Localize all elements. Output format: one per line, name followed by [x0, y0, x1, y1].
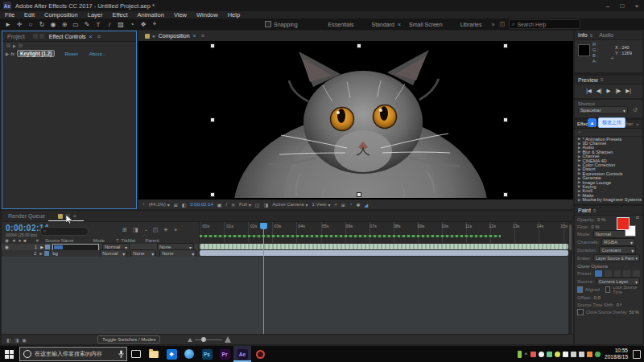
transport-button[interactable]: ▶	[607, 88, 611, 94]
tool-icon[interactable]: ◔	[126, 19, 138, 29]
layer-visibility-icon[interactable]: ◉	[5, 245, 9, 249]
snapshot-icon[interactable]: ▣	[217, 202, 222, 208]
show-snapshot-icon[interactable]: /	[225, 202, 227, 207]
search-icon[interactable]: ⌕	[578, 130, 580, 135]
cat-image[interactable]	[212, 45, 506, 198]
after-effects-taskbar-icon[interactable]: Ae	[233, 346, 251, 362]
tool-icon[interactable]: ►	[2, 19, 14, 29]
time-ruler[interactable]: :00s01s02s03s04s05s06s07s08s09s10s11s12s…	[199, 222, 569, 243]
expander-icon[interactable]: ▶	[578, 150, 580, 154]
taskbar-clock[interactable]: 10:55 2018/8/15	[605, 348, 628, 360]
menu-item[interactable]: Composition	[39, 11, 83, 19]
workspace-small-screen[interactable]: Small Screen	[409, 22, 443, 27]
tray-chat-icon[interactable]	[563, 352, 568, 357]
transport-button[interactable]: |◀	[586, 88, 592, 94]
playhead-handle[interactable]	[260, 223, 267, 229]
expander-icon[interactable]: ▶	[578, 146, 580, 150]
menu-item[interactable]: View	[169, 11, 192, 19]
expander-icon[interactable]: ▶	[578, 189, 580, 193]
layer-color-label[interactable]	[45, 245, 50, 249]
menu-item[interactable]: Animation	[133, 11, 169, 19]
transparency-grid-icon[interactable]: ◨	[263, 202, 268, 208]
workspace-bar-icon[interactable]: ◫	[499, 21, 505, 27]
task-view-button[interactable]	[127, 346, 145, 362]
tray-wechat-icon[interactable]	[595, 352, 601, 357]
panel-overflow-icon[interactable]: »	[636, 121, 638, 126]
swap-colors-icon[interactable]: ⇄	[636, 215, 639, 220]
tab-preview[interactable]: Preview	[578, 77, 598, 83]
tray-icon[interactable]	[530, 352, 536, 357]
comp-lock-icon[interactable]: ●	[152, 34, 155, 39]
layer-name[interactable]: bg	[52, 251, 97, 256]
grid-options-icon[interactable]: ⊞	[174, 202, 178, 208]
effect-expander-icon[interactable]: ▶	[6, 51, 9, 56]
layer-expander-icon[interactable]: ▶	[39, 251, 43, 256]
resolution-dropdown[interactable]: Full ▾	[239, 202, 251, 208]
clone-preset-button[interactable]	[623, 270, 630, 277]
menu-item[interactable]: Layer	[83, 11, 108, 19]
expander-icon[interactable]: ▶	[578, 198, 580, 202]
upload-overlay[interactable]: ▲ 极速上传	[588, 117, 625, 128]
menu-item[interactable]: Help	[223, 11, 245, 19]
tray-icon[interactable]	[539, 352, 544, 357]
expand-transfer-icon[interactable]: ▣	[22, 337, 27, 343]
expander-icon[interactable]: ▶	[578, 171, 580, 175]
tool-icon[interactable]: ○	[25, 19, 36, 29]
timeline-search-box[interactable]: ⌕	[40, 227, 89, 236]
timeline-scrollbar[interactable]	[568, 222, 572, 334]
expand-render-icon[interactable]: ◨	[14, 337, 19, 343]
expander-icon[interactable]: ▶	[578, 142, 580, 146]
selection-handle[interactable]	[357, 43, 361, 48]
app-blue-icon[interactable]: ◈	[163, 346, 180, 362]
premiere-icon[interactable]: Pr	[216, 346, 233, 362]
roi-icon[interactable]: ◫	[255, 202, 260, 208]
workspace-overflow-icon[interactable]: »	[492, 22, 495, 27]
playhead-line[interactable]	[263, 223, 264, 334]
timeline-button-icon[interactable]: ⊞	[341, 202, 345, 208]
menu-item[interactable]: Window	[192, 11, 223, 19]
offset-value[interactable]: 0,0	[594, 295, 601, 300]
start-button[interactable]	[0, 346, 18, 362]
recorder-icon[interactable]	[251, 346, 269, 362]
maximize-button[interactable]: □	[615, 2, 630, 10]
expand-in-point-icon[interactable]: ◧	[6, 337, 11, 343]
close-button[interactable]: ×	[630, 2, 644, 10]
draft-3d-icon[interactable]: ◨	[133, 227, 138, 233]
expander-icon[interactable]: ▶	[578, 184, 580, 188]
expander-icon[interactable]: ▶	[578, 158, 580, 162]
expander-icon[interactable]: ▶	[578, 180, 580, 184]
tab-close-icon[interactable]: ×	[89, 34, 93, 39]
tray-icon[interactable]	[555, 352, 560, 357]
layer-color-label[interactable]	[44, 251, 49, 256]
menu-item[interactable]: Edit	[19, 11, 39, 19]
lock-source-time-checkbox[interactable]	[605, 286, 611, 293]
workspace-standard[interactable]: Standard	[372, 22, 394, 27]
layer-expander-icon[interactable]: ▶	[40, 245, 43, 249]
tool-icon[interactable]: ▭	[70, 19, 81, 29]
clone-source-overlay-pct[interactable]: 50 %	[630, 310, 639, 315]
expander-icon[interactable]: ▶	[578, 137, 580, 141]
clone-preset-button[interactable]	[614, 270, 621, 277]
tray-expand-icon[interactable]: ^	[525, 352, 527, 357]
toggle-switches-button[interactable]: Toggle Switches / Modes	[97, 335, 160, 343]
tool-icon[interactable]: ⊕	[59, 19, 70, 29]
selection-handle[interactable]	[210, 117, 215, 122]
tab-project[interactable]: Project	[7, 34, 25, 39]
composition-viewport[interactable]	[138, 41, 573, 200]
effect-reset-link[interactable]: Reset	[64, 51, 77, 56]
clone-preset-button[interactable]	[595, 270, 602, 277]
tray-volume-icon[interactable]	[571, 352, 576, 357]
foreground-color-swatch[interactable]	[617, 217, 630, 230]
expander-icon[interactable]: ▶	[578, 163, 580, 167]
layer2-duration-bar[interactable]	[200, 250, 568, 256]
col-parent[interactable]: Parent	[145, 238, 159, 243]
help-search-box[interactable]: ⌕ Search Help	[509, 19, 580, 29]
tool-icon[interactable]: /	[104, 19, 115, 29]
selection-handle[interactable]	[503, 117, 508, 122]
selection-handle[interactable]	[210, 192, 215, 197]
tray-icon[interactable]	[547, 352, 552, 357]
transport-button[interactable]: ◀|	[597, 88, 602, 94]
menu-item[interactable]: File	[0, 11, 19, 19]
magnification-dropdown[interactable]: (44.1%) ▾	[149, 202, 170, 208]
timeline-tab-comp-icon[interactable]	[58, 214, 63, 219]
